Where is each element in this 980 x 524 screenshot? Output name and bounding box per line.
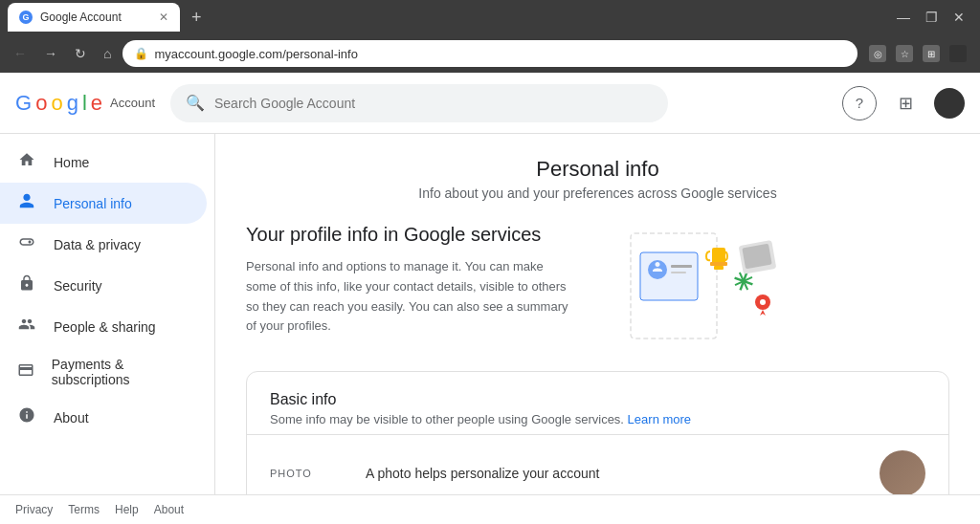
info-icon — [15, 406, 38, 428]
page-title: Personal info — [246, 157, 949, 182]
card-description: Some info may be visible to other people… — [270, 412, 925, 426]
account-circle-icon[interactable]: ◎ — [869, 45, 886, 62]
svg-rect-7 — [714, 266, 724, 270]
profile-section-description: Personal info and options to manage it. … — [246, 257, 571, 337]
browser-chrome: G Google Account ✕ + — ❐ ✕ ← → ↻ ⌂ 🔒 mya… — [0, 0, 980, 73]
search-icon: 🔍 — [186, 94, 205, 112]
apps-button[interactable]: ⊞ — [888, 86, 923, 120]
sidebar-item-personal-info[interactable]: Personal info — [0, 183, 207, 224]
logo-letter-o2: o — [51, 91, 62, 116]
sidebar-label-people-sharing: People & sharing — [54, 319, 156, 335]
footer-terms-link[interactable]: Terms — [68, 503, 100, 516]
person-icon — [15, 192, 38, 214]
profile-photo-image — [880, 450, 925, 494]
sidebar-label-payments: Payments & subscriptions — [52, 357, 191, 387]
logo-letter-g2: g — [67, 91, 78, 116]
photo-value: A photo helps personalize your account — [366, 466, 880, 481]
svg-point-15 — [760, 299, 766, 305]
address-bar-row: ← → ↻ ⌂ 🔒 myaccount.google.com/personal-… — [0, 34, 980, 73]
sidebar-item-people-sharing[interactable]: People & sharing — [0, 306, 207, 347]
card-icon — [15, 361, 36, 383]
toggle-icon — [15, 233, 38, 255]
photo-label: PHOTO — [270, 468, 366, 479]
sidebar-item-payments[interactable]: Payments & subscriptions — [0, 347, 207, 397]
logo-letter-g: G — [15, 91, 32, 116]
lock-icon — [15, 274, 38, 296]
sidebar-label-data-privacy: Data & privacy — [54, 237, 141, 252]
footer-help-link[interactable]: Help — [115, 503, 139, 516]
close-window-button[interactable]: ✕ — [953, 10, 965, 25]
search-input[interactable] — [214, 96, 653, 111]
logo-letter-e: e — [91, 91, 102, 116]
url-text: myaccount.google.com/personal-info — [154, 47, 846, 61]
basic-info-card: Basic info Some info may be visible to o… — [246, 371, 949, 494]
sidebar: Home Personal info Data & privacy Securi… — [0, 134, 215, 494]
back-button[interactable]: ← — [8, 42, 33, 65]
svg-rect-4 — [671, 272, 686, 273]
user-avatar[interactable] — [934, 88, 965, 119]
card-desc-text: Some info may be visible to other people… — [270, 412, 624, 426]
star-icon[interactable]: ☆ — [896, 45, 913, 62]
reload-button[interactable]: ↻ — [69, 42, 92, 65]
sidebar-label-home: Home — [54, 155, 89, 170]
forward-button[interactable]: → — [38, 42, 63, 65]
sidebar-item-security[interactable]: Security — [0, 265, 207, 306]
learn-more-link[interactable]: Learn more — [628, 412, 691, 426]
home-button[interactable]: ⌂ — [98, 42, 117, 65]
profile-illustration — [602, 224, 793, 348]
minimize-button[interactable]: — — [897, 10, 910, 25]
app-header: Google Account 🔍 ? ⊞ — [0, 73, 980, 134]
logo-account-label: Account — [110, 96, 155, 110]
photo-row[interactable]: PHOTO A photo helps personalize your acc… — [247, 434, 948, 494]
main-content: Personal info Info about you and your pr… — [215, 134, 980, 494]
svg-rect-1 — [640, 252, 698, 300]
sidebar-label-personal-info: Personal info — [54, 196, 132, 211]
card-header: Basic info Some info may be visible to o… — [247, 372, 948, 434]
home-icon — [15, 151, 38, 173]
extension-icon[interactable]: ⊞ — [923, 45, 940, 62]
profile-info-section: Your profile info in Google services Per… — [246, 224, 949, 348]
people-icon — [15, 316, 38, 338]
svg-line-11 — [735, 273, 752, 290]
app-body: Home Personal info Data & privacy Securi… — [0, 134, 980, 494]
logo-letter-o1: o — [35, 91, 47, 116]
address-bar[interactable]: 🔒 myaccount.google.com/personal-info — [122, 40, 858, 67]
card-title: Basic info — [270, 391, 925, 408]
page-subtitle: Info about you and your preferences acro… — [246, 186, 949, 201]
browser-extra-icons: ◎ ☆ ⊞ — [863, 45, 972, 62]
new-tab-button[interactable]: + — [184, 8, 210, 28]
svg-rect-6 — [710, 262, 727, 266]
footer-about-link[interactable]: About — [154, 503, 184, 516]
tab-title: Google Account — [40, 11, 151, 24]
help-button[interactable]: ? — [842, 86, 877, 120]
logo-letter-l: l — [82, 91, 87, 116]
profile-info-text: Your profile info in Google services Per… — [246, 224, 571, 337]
sidebar-item-about[interactable]: About — [0, 397, 207, 438]
sidebar-item-home[interactable]: Home — [0, 142, 207, 183]
sidebar-item-data-privacy[interactable]: Data & privacy — [0, 224, 207, 265]
maximize-button[interactable]: ❐ — [925, 10, 938, 25]
window-controls: — ❐ ✕ — [897, 10, 972, 25]
lock-icon: 🔒 — [134, 47, 148, 60]
footer-privacy-link[interactable]: Privacy — [15, 503, 53, 516]
profile-section-heading: Your profile info in Google services — [246, 224, 571, 246]
sidebar-label-about: About — [54, 410, 89, 426]
tab-close-button[interactable]: ✕ — [159, 11, 168, 24]
active-tab[interactable]: G Google Account ✕ — [8, 3, 180, 32]
header-icons: ? ⊞ — [842, 86, 965, 120]
tab-favicon: G — [19, 11, 33, 24]
profile-photo — [880, 450, 925, 494]
svg-rect-3 — [671, 265, 692, 268]
app-footer: Privacy Terms Help About — [0, 494, 980, 524]
search-box[interactable]: 🔍 — [170, 84, 668, 122]
app-container: Google Account 🔍 ? ⊞ Home — [0, 73, 980, 524]
google-logo: Google Account — [15, 91, 155, 116]
tab-bar: G Google Account ✕ + — ❐ ✕ — [0, 0, 980, 34]
sidebar-label-security: Security — [54, 278, 102, 294]
profile-avatar-small[interactable] — [949, 45, 967, 62]
